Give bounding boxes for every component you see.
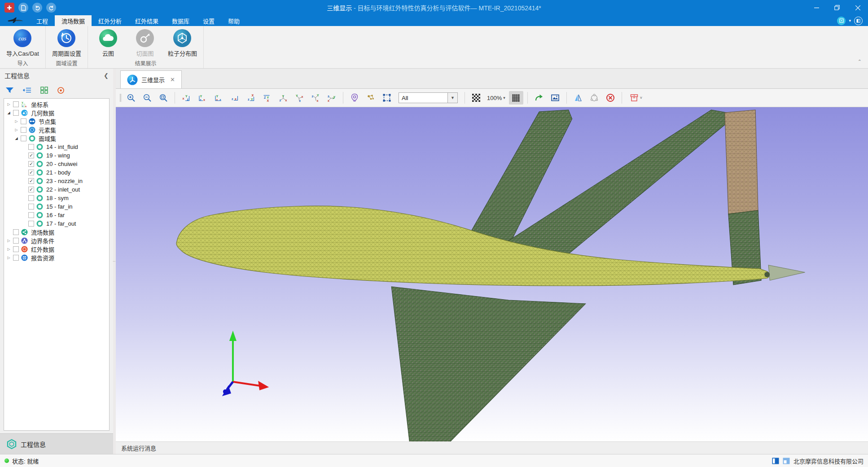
menu-item-flowfield-data[interactable]: 流场数据: [55, 15, 92, 26]
tree-item-checkbox[interactable]: [28, 204, 34, 209]
assembly-button[interactable]: [587, 91, 601, 105]
tree-item-checkbox[interactable]: ✓: [28, 178, 34, 184]
aircraft-model[interactable]: [176, 110, 805, 441]
tree-item[interactable]: ▷ 边界条件: [4, 236, 109, 245]
ribbon-collapse-button[interactable]: ⌃: [858, 59, 862, 65]
layout-toggle-1-icon[interactable]: [772, 458, 779, 464]
zoom-fit-button[interactable]: [156, 91, 171, 105]
tree-item-checkbox[interactable]: [21, 127, 26, 133]
menu-item-database[interactable]: 数据库: [165, 15, 196, 26]
tab-close-icon[interactable]: ✕: [170, 76, 175, 83]
tree-item[interactable]: 16 - far: [4, 211, 109, 219]
menu-item-settings[interactable]: 设置: [196, 15, 221, 26]
periodic-face-setup-button[interactable]: 周期面设置: [52, 29, 81, 57]
tree-item[interactable]: 流场数据: [4, 228, 109, 236]
opacity-level-dropdown[interactable]: 100% ▾: [485, 95, 507, 101]
contour-cloud-button[interactable]: 云图: [94, 29, 122, 57]
cancel-operation-button[interactable]: [603, 91, 618, 105]
node-display-button[interactable]: [364, 91, 378, 105]
tree-item-checkbox[interactable]: [21, 118, 26, 124]
tree-item[interactable]: ▷ 报告资源: [4, 253, 109, 262]
import-cas-dat-button[interactable]: cas 导入Cas/Dat: [6, 29, 39, 57]
expander-icon[interactable]: ▷: [6, 102, 12, 106]
tree-item[interactable]: ◢ 几何数据: [4, 109, 109, 117]
tree-item-checkbox[interactable]: [13, 101, 19, 107]
toolbar-drag-handle[interactable]: [119, 93, 122, 103]
tree-item[interactable]: ▷ 节点集: [4, 117, 109, 126]
tree-item-checkbox[interactable]: [13, 255, 19, 261]
combobox-dropdown-icon[interactable]: ▼: [447, 93, 457, 103]
expander-icon[interactable]: ◢: [6, 111, 12, 115]
view-top-button[interactable]: XzY: [244, 91, 258, 105]
close-button[interactable]: [847, 0, 868, 15]
tab-3d-display[interactable]: 三维显示 ✕: [120, 70, 182, 88]
tree-item-checkbox[interactable]: [28, 195, 34, 201]
tree-item[interactable]: ▷ 红外数据: [4, 245, 109, 253]
menu-item-help[interactable]: 帮助: [221, 15, 246, 26]
tree-item-checkbox[interactable]: [28, 212, 34, 218]
filter-icon[interactable]: [5, 87, 14, 94]
tree-item-checkbox[interactable]: [28, 144, 34, 150]
tree-item[interactable]: ✓ 21 - body: [4, 168, 109, 177]
display-filter-combobox[interactable]: All ▼: [399, 92, 458, 103]
expander-icon[interactable]: ◢: [13, 136, 19, 140]
tree-item[interactable]: ✓ 20 - chuiwei: [4, 160, 109, 168]
tree-item-checkbox[interactable]: ✓: [28, 161, 34, 167]
expander-icon[interactable]: ▷: [6, 239, 12, 243]
tree-item-checkbox[interactable]: [13, 238, 19, 244]
tree-item[interactable]: 15 - far_in: [4, 202, 109, 211]
group-view-icon[interactable]: [40, 87, 48, 94]
redo-button[interactable]: [46, 3, 56, 13]
mesh-grid-toggle-button[interactable]: [509, 91, 523, 105]
viewport-3d[interactable]: [116, 107, 868, 441]
snapshot-button[interactable]: [548, 91, 562, 105]
view-iso-4-button[interactable]: zxy: [324, 91, 339, 105]
view-front-button[interactable]: xYz: [179, 91, 193, 105]
undo-button[interactable]: [32, 3, 42, 13]
tree-item-checkbox[interactable]: ✓: [28, 187, 34, 192]
menu-item-ir-results[interactable]: 红外结果: [128, 15, 165, 26]
panel-collapse-button[interactable]: ❮: [104, 72, 109, 79]
tree-item-checkbox[interactable]: [21, 135, 26, 141]
tree-item[interactable]: ✓ 22 - inlet_out: [4, 185, 109, 194]
menu-item-project[interactable]: 工程: [30, 15, 55, 26]
tree-item[interactable]: 14 - int_fluid: [4, 143, 109, 151]
tree-item-checkbox[interactable]: [13, 229, 19, 235]
tree-item-checkbox[interactable]: [13, 110, 19, 116]
minimize-button[interactable]: [806, 0, 827, 15]
particle-distribution-button[interactable]: 粒子分布图: [168, 29, 197, 57]
menu-item-ir-analysis[interactable]: 红外分析: [92, 15, 128, 26]
tree-item-checkbox[interactable]: ✓: [28, 153, 34, 158]
view-iso-2-button[interactable]: Yxz: [292, 91, 307, 105]
tree-item[interactable]: ✓ 23 - nozzle_in: [4, 177, 109, 185]
tree-item[interactable]: 17 - far_out: [4, 219, 109, 228]
camera-view-button[interactable]: [347, 91, 362, 105]
expander-icon[interactable]: ▷: [6, 247, 12, 251]
transparency-button[interactable]: [469, 91, 483, 105]
mirror-button[interactable]: [571, 91, 585, 105]
layout-toggle-2-icon[interactable]: [783, 458, 790, 464]
tree-item[interactable]: ✓ 19 - wing: [4, 151, 109, 160]
app-button[interactable]: ✚: [4, 3, 14, 13]
expander-icon[interactable]: ▷: [6, 256, 12, 260]
export-view-button[interactable]: [532, 91, 546, 105]
tree-item[interactable]: 18 - sym: [4, 194, 109, 202]
expander-icon[interactable]: ▷: [13, 128, 19, 132]
tree-item[interactable]: ▷ Yzx 坐标系: [4, 100, 109, 109]
style-dropdown-caret-icon[interactable]: ▾: [849, 18, 851, 23]
project-info-tab-button[interactable]: 工程信息: [0, 433, 113, 454]
style-switch-button[interactable]: [837, 17, 846, 25]
save-button[interactable]: [18, 3, 28, 13]
tree-item-checkbox[interactable]: [28, 221, 34, 227]
zoom-out-button[interactable]: [140, 91, 154, 105]
tree-item[interactable]: ◢ 面域集: [4, 134, 109, 143]
collapse-list-icon[interactable]: [23, 87, 31, 94]
view-iso-3-button[interactable]: zYx: [308, 91, 323, 105]
box-select-button[interactable]: [380, 91, 394, 105]
tree-item-checkbox[interactable]: [13, 246, 19, 252]
expander-icon[interactable]: ▷: [13, 119, 19, 123]
tree-item[interactable]: ▷ 元素集: [4, 126, 109, 134]
tree-item-checkbox[interactable]: ✓: [28, 170, 34, 175]
view-back-button[interactable]: Yzx: [195, 91, 210, 105]
restore-button[interactable]: [827, 0, 847, 15]
